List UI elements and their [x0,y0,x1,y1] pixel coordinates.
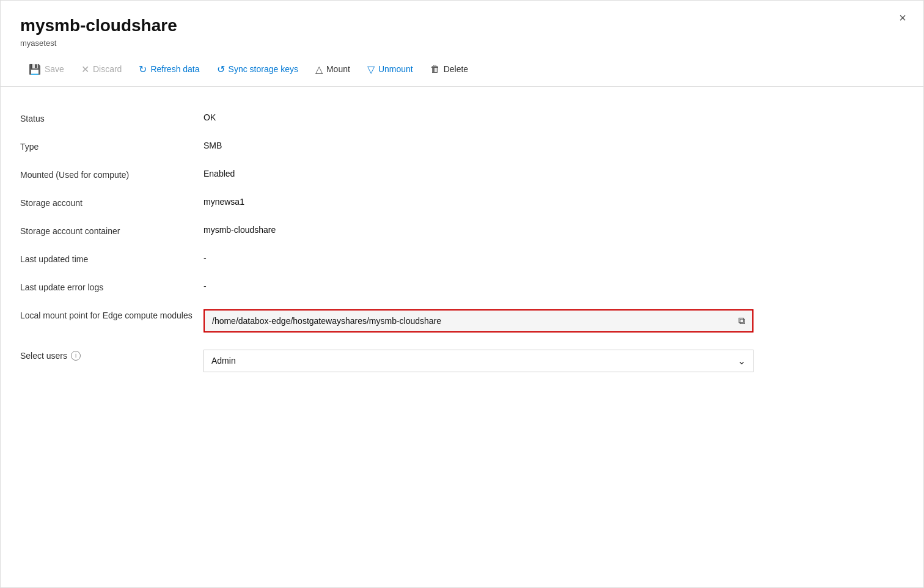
mount-point-label: Local mount point for Edge compute modul… [20,309,204,320]
refresh-button[interactable]: ↻ Refresh data [130,60,208,79]
mount-point-value: /home/databox-edge/hostgatewayshares/mys… [204,309,904,333]
form-row: TypeSMB [20,132,904,160]
field-label: Mounted (Used for compute) [20,169,204,180]
delete-button[interactable]: 🗑 Delete [422,60,477,78]
form-row: StatusOK [20,104,904,132]
copy-icon[interactable]: ⧉ [738,315,745,326]
sync-button[interactable]: ↺ Sync storage keys [208,60,307,79]
toolbar: 💾 Save ✕ Discard ↻ Refresh data ↺ Sync s… [1,53,923,87]
mount-button[interactable]: △ Mount [307,60,359,79]
field-label: Last updated time [20,253,204,264]
panel-title: mysmb-cloudshare [20,15,904,36]
sync-icon: ↺ [217,64,225,75]
save-icon: 💾 [29,64,41,75]
field-label: Type [20,141,204,152]
field-value: - [204,253,904,263]
form-row: Last updated time- [20,244,904,273]
mount-point-row: Local mount point for Edge compute modul… [20,301,904,341]
select-users-selected: Admin [211,356,236,366]
mount-point-box: /home/databox-edge/hostgatewayshares/mys… [204,309,754,333]
form-row: Storage account containermysmb-cloudshar… [20,216,904,244]
discard-label: Discard [93,64,122,74]
select-users-label: Select users i [20,350,204,361]
field-value: OK [204,112,904,122]
field-value: mysmb-cloudshare [204,225,904,235]
panel-subtitle: myasetest [20,39,904,48]
sync-label: Sync storage keys [229,64,298,74]
delete-icon: 🗑 [430,64,440,75]
field-value: mynewsa1 [204,197,904,207]
discard-button[interactable]: ✕ Discard [73,60,130,79]
field-value: Enabled [204,169,904,178]
field-label: Last update error logs [20,281,204,292]
field-label: Status [20,112,204,123]
select-users-value: Admin ⌄ [204,350,904,372]
discard-icon: ✕ [81,64,89,75]
close-button[interactable]: × [899,12,906,24]
select-users-dropdown[interactable]: Admin ⌄ [204,350,754,372]
form-body: StatusOKTypeSMBMounted (Used for compute… [1,87,923,398]
save-label: Save [45,64,64,74]
form-row: Mounted (Used for compute)Enabled [20,160,904,188]
unmount-icon: ▽ [367,64,375,75]
field-value: SMB [204,141,904,150]
panel-header: mysmb-cloudshare myasetest [1,1,923,48]
refresh-icon: ↻ [139,64,147,75]
mount-label: Mount [326,64,350,74]
mount-point-text: /home/databox-edge/hostgatewayshares/mys… [212,316,441,326]
mount-icon: △ [315,64,323,75]
chevron-down-icon: ⌄ [738,355,746,367]
form-row: Storage accountmynewsa1 [20,188,904,216]
form-row: Last update error logs- [20,273,904,301]
unmount-button[interactable]: ▽ Unmount [359,60,422,79]
delete-label: Delete [444,64,468,74]
main-panel: × mysmb-cloudshare myasetest 💾 Save ✕ Di… [0,0,924,588]
field-label: Storage account [20,197,204,208]
field-label: Storage account container [20,225,204,236]
refresh-label: Refresh data [150,64,199,74]
field-value: - [204,281,904,291]
save-button[interactable]: 💾 Save [20,60,73,79]
select-users-row: Select users i Admin ⌄ [20,341,904,381]
unmount-label: Unmount [378,64,413,74]
select-users-info-icon[interactable]: i [71,351,81,361]
select-users-label-text: Select users [20,351,67,361]
